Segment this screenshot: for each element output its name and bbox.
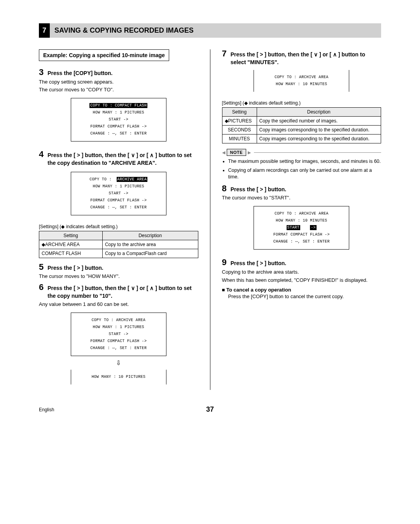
note-header: ◀ NOTE ▶ (222, 149, 382, 156)
step-9: 9 Press the [ > ] button. (222, 258, 382, 267)
table-cell: Copy images corresponding to the specifi… (257, 126, 381, 134)
step-text: Press the [ > ] button. (231, 184, 287, 194)
osd-line: HOW MANY : 10 MINUTES (259, 81, 344, 88)
chapter-number: 7 (39, 23, 50, 38)
table-row: ◆PICTURES Copy the specified number of i… (222, 117, 381, 126)
step-6: 6 Press the [ > ] button, then the [ ∨ ]… (39, 283, 198, 300)
table-header: Description (257, 108, 381, 117)
step-text: Press the [ > ] button, then the [ ∨ ] o… (47, 283, 198, 300)
note-list: The maximum possible setting for images,… (222, 158, 382, 180)
table-header: Setting (222, 108, 257, 117)
osd-line: HOW MANY : 10 MINUTES (259, 217, 344, 224)
step-number: 7 (222, 49, 227, 58)
osd-line: START -> (76, 116, 161, 123)
osd-screen: COPY TO : COMPACT FLASH HOW MANY : 1 PIC… (71, 98, 166, 141)
settings-note: [Settings] (◆ indicates default setting.… (222, 100, 382, 106)
note-arrow-left-icon: ◀ (222, 150, 225, 155)
osd-line: FORMAT COMPACT FLASH -> (76, 338, 161, 345)
osd-highlight: COPY TO : COMPACT FLASH (89, 103, 147, 108)
osd-line: FORMAT COMPACT FLASH -> (259, 231, 344, 238)
body-text: The copy setting screen appears. (39, 79, 198, 86)
step-number: 4 (39, 150, 44, 159)
osd-screen: COPY TO : ARCHIVE AREA HOW MANY : 10 MIN… (254, 206, 349, 250)
cancel-body: Press the [COPY] button to cancel the cu… (228, 293, 382, 299)
settings-note: [Settings] (◆ indicates default setting.… (39, 224, 198, 229)
step-text: Press the [ > ] button, then the [ ∨ ] o… (47, 150, 198, 167)
table-cell: ◆ARCHIVE AREA (39, 240, 103, 249)
osd-highlight: START (287, 225, 301, 230)
osd-line: FORMAT COMPACT FLASH -> (76, 197, 161, 204)
osd-line: COPY TO : ARCHIVE AREA (76, 317, 161, 324)
osd-line: HOW MANY : 1 PICTURES (76, 109, 161, 116)
osd-line: CHANGE : ↔, SET : ENTER (76, 130, 161, 137)
step-8: 8 Press the [ > ] button. (222, 184, 382, 194)
osd-screen-partial: COPY TO : ARCHIVE AREA HOW MANY : 10 MIN… (254, 70, 349, 92)
body-text: The cursor moves to "COPY TO". (39, 87, 198, 93)
step-text: Press the [ > ] button, then the [ ∨ ] o… (231, 49, 381, 66)
down-arrow-icon: ⇩ (39, 359, 198, 367)
table-cell: MINUTES (222, 134, 257, 143)
table-cell: ◆PICTURES (222, 117, 257, 126)
body-text: The cursor moves to "HOW MANY". (39, 273, 198, 280)
cancel-heading: To cancel a copy operation (222, 287, 382, 293)
osd-line: CHANGE : ↔, SET : ENTER (76, 204, 161, 211)
step-number: 8 (222, 184, 227, 193)
table-cell: Copy the specified number of images. (257, 117, 381, 126)
osd-screen: COPY TO : ARCHIVE AREA HOW MANY : 1 PICT… (71, 313, 166, 356)
note-arrow-right-icon: ▶ (248, 150, 251, 155)
step-7: 7 Press the [ > ] button, then the [ ∨ ]… (222, 49, 382, 66)
osd-line: CHANGE : ↔, SET : ENTER (259, 238, 344, 245)
osd-line: HOW MANY : 10 PICTURES (76, 374, 161, 381)
chapter-title: SAVING & COPYING RECORDED IMAGES (50, 23, 381, 38)
step-number: 9 (222, 258, 227, 267)
osd-highlight: ARCHIVE AREA (117, 177, 148, 182)
step-number: 6 (39, 283, 44, 292)
chapter-header: 7 SAVING & COPYING RECORDED IMAGES (39, 23, 381, 38)
footer-language: English (39, 407, 206, 412)
osd-line: START -> (76, 331, 161, 338)
settings-table-1: Setting Description ◆ARCHIVE AREA Copy t… (39, 231, 198, 258)
table-cell: Copy to a CompactFlash card (102, 249, 198, 258)
table-cell: Copy images corresponding to the specifi… (257, 134, 381, 143)
table-cell: COMPACT FLASH (39, 249, 103, 258)
step-5: 5 Press the [ > ] button. (39, 263, 198, 272)
osd-line: COPY TO : (89, 177, 112, 182)
table-cell: Copy to the archive area (102, 240, 198, 249)
osd-highlight: -> (310, 225, 317, 230)
step-3: 3 Press the [COPY] button. (39, 68, 198, 77)
step-number: 3 (39, 68, 44, 77)
osd-line: COPY TO : ARCHIVE AREA (259, 74, 344, 81)
step-text: Press the [COPY] button. (47, 68, 112, 77)
step-number: 5 (39, 263, 44, 271)
table-row: COMPACT FLASH Copy to a CompactFlash car… (39, 249, 198, 258)
table-header: Description (102, 231, 198, 240)
page-footer: English 37 (39, 405, 381, 414)
osd-line: HOW MANY : 1 PICTURES (76, 324, 161, 331)
body-text: When this has been completed, "COPY FINI… (222, 277, 382, 284)
osd-line: CHANGE : ↔, SET : ENTER (76, 345, 161, 352)
osd-line: FORMAT COMPACT FLASH -> (76, 123, 161, 130)
note-item: The maximum possible setting for images,… (228, 158, 382, 165)
osd-line: COPY TO : ARCHIVE AREA (259, 210, 344, 217)
left-column: Example: Copying a specified 10-minute i… (39, 49, 198, 390)
column-divider (210, 49, 210, 390)
osd-line: HOW MANY : 1 PICTURES (76, 183, 161, 190)
body-text: The cursor moves to "START". (222, 195, 382, 201)
note-label: NOTE (227, 149, 247, 156)
step-text: Press the [ > ] button. (47, 263, 103, 272)
note-line (254, 152, 381, 153)
osd-line: START -> (76, 190, 161, 197)
example-box: Example: Copying a specified 10-minute i… (39, 49, 169, 61)
settings-table-2: Setting Description ◆PICTURES Copy the s… (222, 107, 382, 143)
note-item: Copying of alarm recordings can only be … (228, 167, 382, 180)
table-row: MINUTES Copy images corresponding to the… (222, 134, 381, 143)
step-text: Press the [ > ] button. (231, 258, 287, 267)
body-text: Any value between 1 and 60 can be set. (39, 301, 198, 308)
table-header: Setting (39, 231, 103, 240)
right-column: 7 Press the [ > ] button, then the [ ∨ ]… (222, 49, 382, 390)
page-number: 37 (206, 405, 214, 414)
osd-screen: COPY TO : ARCHIVE AREA HOW MANY : 1 PICT… (71, 172, 166, 215)
step-4: 4 Press the [ > ] button, then the [ ∨ ]… (39, 150, 198, 167)
table-row: ◆ARCHIVE AREA Copy to the archive area (39, 240, 198, 249)
body-text: Copying to the archive area starts. (222, 269, 382, 276)
